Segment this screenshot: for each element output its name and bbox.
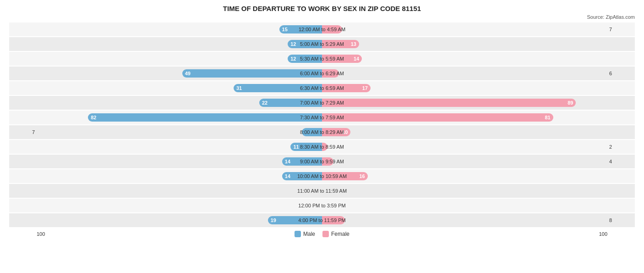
bar-row: 11:00 AM to 11:59 AM [9,184,635,198]
bars-wrap: 31 17 [37,81,607,95]
male-bar-label: 14 [285,173,290,179]
bar-row: 19 4:00 PM to 11:59 PM 8 [9,213,635,227]
half-right [322,22,607,36]
half-right [322,67,607,80]
female-legend-icon [322,231,329,237]
male-bar-label: 31 [236,85,242,91]
half-right: 13 [322,37,607,51]
female-bar [322,69,339,78]
female-bar-label: 16 [359,173,365,179]
half-right: 14 [322,52,607,66]
bar-row: 12 14 5:30 AM to 5:59 AM [9,52,635,66]
female-bar: 13 [322,40,359,48]
half-left: 82 [37,111,322,124]
female-bar-label: 81 [545,115,550,120]
male-bar-label: 82 [91,115,96,120]
bars-wrap: 10 [37,125,607,139]
legend-female: Female [322,231,349,237]
chart-area: 15 12:00 AM to 4:59 AM 7 12 [9,22,635,227]
bar-container: 49 6:00 AM to 6:29 AM [37,67,607,80]
bars-wrap: 11 [37,140,607,154]
half-left: 15 [37,22,322,36]
half-left: 11 [37,140,322,154]
bar-row: 14 9:00 AM to 9:59 AM 4 [9,155,635,168]
bar-container: 12 13 5:00 AM to 5:29 AM [37,37,607,51]
half-left: 12 [37,37,322,51]
bars-wrap: 14 [37,155,607,168]
bar-row: 12:00 PM to 3:59 PM [9,199,635,212]
male-bar: 14 [282,172,322,180]
male-bar: 49 [182,69,322,78]
left-value: 7 [9,129,37,135]
bars-wrap [37,199,607,212]
bars-wrap: 19 [37,213,607,227]
bars-wrap: 12 13 [37,37,607,51]
half-right [322,155,607,168]
female-bar [322,216,345,224]
half-left [37,125,322,139]
source-label: Source: ZipAtlas.com [9,14,635,20]
male-bar: 22 [259,99,322,107]
half-right [322,184,607,198]
right-value: 4 [607,159,635,164]
bar-container: 10 8:00 AM to 8:29 AM [37,125,607,139]
female-bar [322,157,333,166]
bars-wrap: 82 81 [37,111,607,124]
bars-wrap: 49 [37,67,607,80]
female-bar: 89 [322,99,576,107]
bar-container: 12 14 5:30 AM to 5:59 AM [37,52,607,66]
male-bar: 31 [234,84,322,92]
legend-male: Male [295,231,315,237]
half-right [322,213,607,227]
male-legend-icon [295,231,301,237]
footer-left-scale: 100 [37,231,45,237]
female-bar [322,143,327,151]
male-bar-label: 15 [282,27,288,32]
right-value: 2 [607,144,635,150]
male-bar-label: 49 [185,71,191,76]
half-left: 31 [37,81,322,95]
right-value: 6 [607,71,635,76]
male-bar: 12 [288,55,322,63]
female-bar-label: 17 [362,85,368,91]
half-right: 16 [322,169,607,183]
bar-container: 31 17 6:30 AM to 6:59 AM [37,81,607,95]
male-bar-label: 12 [290,56,296,61]
female-bar [322,25,342,33]
bar-container: 14 9:00 AM to 9:59 AM [37,155,607,168]
male-bar-label: 22 [262,100,267,106]
bar-container: 22 89 7:00 AM to 7:29 AM [37,96,607,110]
bars-wrap: 14 16 [37,169,607,183]
bar-container: 19 4:00 PM to 11:59 PM [37,213,607,227]
bar-container: 82 81 7:30 AM to 7:59 AM [37,111,607,124]
male-bar: 11 [290,143,322,151]
bar-container: 14 16 10:00 AM to 10:59 AM [37,169,607,183]
half-left: 22 [37,96,322,110]
bars-wrap: 22 89 [37,96,607,110]
bar-container: 11 8:30 AM to 8:59 AM [37,140,607,154]
bars-wrap: 15 [37,22,607,36]
male-bar [302,128,322,136]
bars-wrap: 12 14 [37,52,607,66]
bar-row: 12 13 5:00 AM to 5:29 AM [9,37,635,51]
male-bar: 19 [268,216,322,224]
female-bar-label: 89 [568,100,573,106]
female-legend-label: Female [331,231,349,237]
bar-row: 31 17 6:30 AM to 6:59 AM [9,81,635,95]
half-right: 17 [322,81,607,95]
half-left [37,184,322,198]
female-bar: 17 [322,84,371,92]
chart-title: TIME OF DEPARTURE TO WORK BY SEX IN ZIP … [9,5,635,12]
half-right: 10 [322,125,607,139]
half-left: 49 [37,67,322,80]
female-bar: 16 [322,172,368,180]
male-bar-label: 11 [293,144,299,150]
male-bar-label: 12 [290,41,296,47]
half-left: 14 [37,169,322,183]
bar-container: 15 12:00 AM to 4:59 AM [37,22,607,36]
bar-row: 11 8:30 AM to 8:59 AM 2 [9,140,635,154]
female-bar: 14 [322,55,362,63]
bar-row: 82 81 7:30 AM to 7:59 AM [9,111,635,124]
half-right [322,199,607,212]
half-right: 89 [322,96,607,110]
